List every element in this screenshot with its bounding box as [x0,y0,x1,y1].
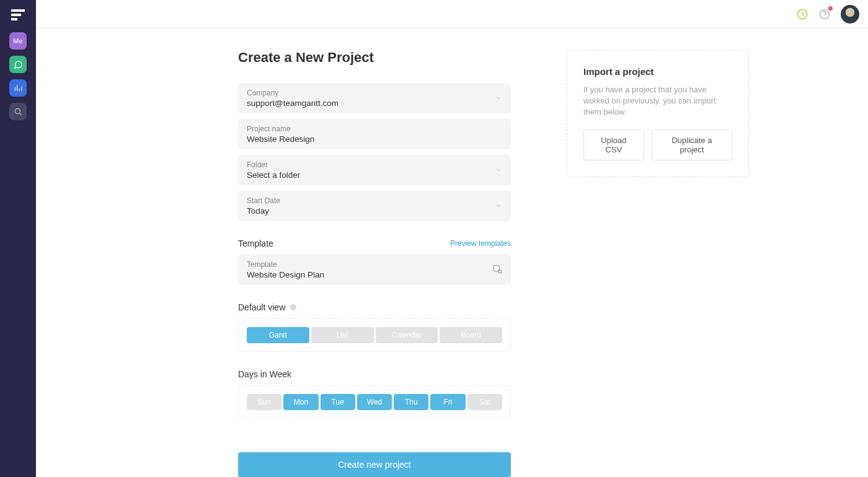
recent-icon[interactable] [796,8,808,20]
company-label: Company [247,89,502,97]
company-select[interactable]: Company support@teamgantt.com [238,83,511,113]
folder-label: Folder [247,160,502,169]
chevron-down-icon [495,165,502,176]
chat-icon [14,60,23,69]
import-description: If you have a project that you have work… [583,84,732,118]
project-name-input[interactable]: Project name Website Redesign [238,119,511,149]
svg-rect-0 [11,9,25,12]
view-option-calendar[interactable]: Calendar [376,327,438,343]
svg-line-14 [501,273,502,273]
default-view-group: GanttListCalendarBoard [238,318,511,352]
template-browse-icon [492,264,502,276]
topbar [36,0,868,28]
project-name-label: Project name [247,125,502,133]
svg-point-7 [15,108,20,113]
folder-select[interactable]: Folder Select a folder [238,155,511,185]
form-column: Create a New Project Company support@tea… [238,50,511,477]
default-view-section-label: Default view [238,302,296,312]
day-toggle-thu[interactable]: Thu [394,394,428,410]
duplicate-project-button[interactable]: Duplicate a project [652,129,732,160]
day-toggle-tue[interactable]: Tue [321,394,355,410]
main: Create a New Project Company support@tea… [36,0,868,477]
template-label: Template [247,260,502,269]
chart-icon [14,84,22,92]
help-icon[interactable] [818,8,831,20]
svg-line-8 [20,113,22,115]
day-toggle-fri[interactable]: Fri [430,394,465,410]
import-title: Import a project [583,66,732,77]
default-view-text: Default view [238,302,285,312]
days-section-label: Days in Week [238,369,291,379]
sidebar: Me [0,0,36,477]
day-toggle-mon[interactable]: Mon [283,394,318,410]
view-option-list[interactable]: List [311,327,374,343]
svg-rect-1 [11,14,21,16]
project-name-value: Website Redesign [247,134,502,144]
svg-rect-2 [11,18,17,20]
days-section-header: Days in Week [238,369,511,379]
create-project-button[interactable]: Create new project [238,452,511,477]
folder-value: Select a folder [247,170,502,180]
notification-dot [828,6,833,11]
page-title: Create a New Project [238,50,511,66]
search-icon [14,107,22,116]
template-value: Website Design Plan [247,270,502,279]
company-value: support@teamgantt.com [247,98,502,108]
chevron-down-icon [495,201,502,212]
sidebar-item-chat[interactable] [9,56,27,73]
chevron-down-icon [495,93,502,104]
app-logo[interactable] [9,6,27,24]
days-group: SunMonTueWedThuFriSat [238,385,511,419]
day-toggle-sat[interactable]: Sat [467,394,502,410]
view-option-board[interactable]: Board [440,327,502,343]
import-actions: Upload CSV Duplicate a project [583,129,732,160]
day-toggle-sun[interactable]: Sun [247,394,281,410]
template-section-header: Template Preview templates [238,239,511,248]
sidebar-item-reports[interactable] [9,79,27,97]
start-date-value: Today [247,206,502,216]
avatar[interactable] [841,5,859,24]
day-toggle-wed[interactable]: Wed [357,394,392,410]
sidebar-me-label: Me [13,37,22,45]
sidebar-item-search[interactable] [9,103,27,120]
start-date-select[interactable]: Start Date Today [238,191,511,221]
sidebar-item-me[interactable]: Me [9,32,27,50]
default-view-section-header: Default view [238,302,511,312]
upload-csv-button[interactable]: Upload CSV [583,129,644,160]
view-option-gantt[interactable]: Gantt [247,327,309,343]
import-card: Import a project If you have a project t… [567,50,749,177]
preview-templates-link[interactable]: Preview templates [450,239,511,248]
content: Create a New Project Company support@tea… [36,28,868,477]
start-date-label: Start Date [247,196,502,205]
template-select[interactable]: Template Website Design Plan [238,255,511,285]
info-icon[interactable] [290,304,296,310]
template-section-label: Template [238,239,273,248]
